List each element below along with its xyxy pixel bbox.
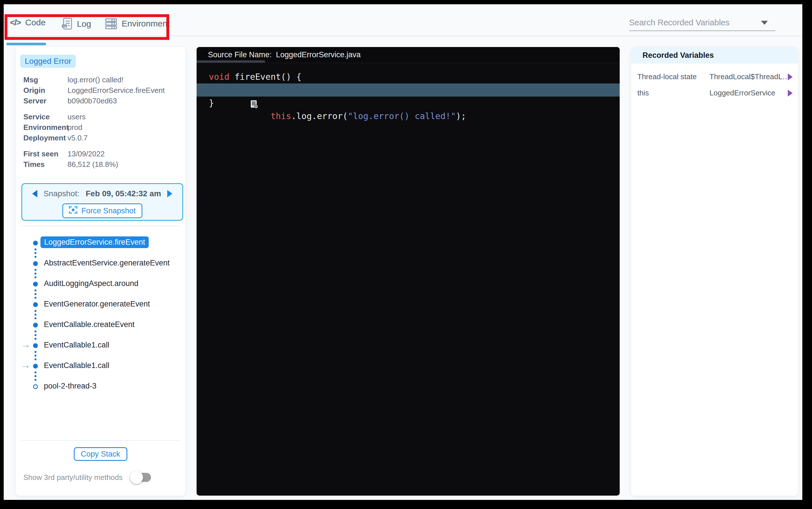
editor-tab-underline — [197, 60, 265, 63]
detail-row: Serviceusers — [23, 112, 185, 122]
code-editor: Source File Name: LoggedErrorService.jav… — [197, 47, 620, 496]
search-input[interactable] — [629, 16, 754, 27]
tab-code-label: Code — [25, 18, 45, 27]
svg-text:log: log — [63, 25, 66, 28]
toggle-label: Show 3rd party/utility methods — [23, 473, 123, 482]
variable-name: Thread-local state — [637, 69, 697, 85]
app-page: </> Code log Log — [4, 4, 802, 500]
code-area: void fireEvent() { this.log.error("log.e… — [197, 63, 620, 110]
thread-bullet-icon — [33, 384, 38, 389]
stack-frame[interactable]: EventCallable.createEvent — [16, 315, 185, 335]
detail-row: Deploymentv5.0.7 — [23, 133, 185, 143]
error-details-panel: Logged Error Msglog.error() called! Orig… — [16, 47, 185, 496]
error-detail-list: Msglog.error() called! OriginLoggedError… — [23, 75, 185, 170]
stack-frame[interactable]: → EventCallable1.call — [16, 356, 185, 376]
stack-bullet-icon — [33, 261, 38, 266]
toggle-knob — [130, 471, 143, 484]
variable-value: ThreadLocal$ThreadL… — [709, 69, 790, 85]
variable-row[interactable]: Thread-local state ThreadLocal$ThreadL… — [631, 69, 798, 85]
expand-variable-icon[interactable] — [788, 90, 792, 97]
snapshot-timestamp: Feb 09, 05:42:32 am — [86, 189, 161, 198]
stack-frame-thread[interactable]: pool-2-thread-3 — [16, 376, 185, 397]
stack-bullet-icon — [33, 343, 38, 348]
detail-row: First seen13/09/2022 — [23, 149, 185, 159]
divider — [21, 440, 179, 441]
stack-frame-label[interactable]: AuditLoggingAspect.around — [44, 279, 138, 288]
stack-frame-label[interactable]: pool-2-thread-3 — [44, 382, 97, 391]
stack-frame[interactable]: LoggedErrorService.fireEvent — [16, 233, 185, 253]
search-recorded-variables — [629, 16, 775, 31]
divider — [21, 226, 179, 226]
stack-bullet-icon — [33, 282, 38, 286]
stack-trace-list: LoggedErrorService.fireEvent AbstractEve… — [16, 233, 185, 397]
log-icon: log — [62, 18, 72, 30]
force-snapshot-button[interactable]: Force Snapshot — [62, 203, 142, 218]
error-type-badge: Logged Error — [20, 55, 76, 68]
expand-variable-icon[interactable] — [788, 73, 792, 80]
environment-icon — [105, 18, 117, 30]
detail-row: OriginLoggedErrorService.fireEvent — [23, 85, 185, 96]
tab-environment-label: Environment — [122, 19, 170, 29]
detail-row: Msglog.error() called! — [23, 75, 185, 85]
force-snapshot-label: Force Snapshot — [81, 206, 136, 215]
next-snapshot-arrow[interactable] — [167, 190, 172, 197]
variable-name: this — [637, 85, 649, 101]
tab-code[interactable]: </> Code — [10, 18, 45, 27]
stack-frame-label[interactable]: LoggedErrorService.fireEvent — [40, 236, 149, 248]
stack-frame[interactable]: EventGenerator.generateEvent — [16, 294, 185, 315]
force-snapshot-icon — [69, 206, 77, 216]
code-line[interactable]: } — [197, 97, 620, 110]
stack-bullet-icon — [33, 241, 38, 245]
stack-frame-label[interactable]: EventCallable.createEvent — [44, 320, 134, 329]
current-frame-arrow-icon: → — [21, 339, 31, 350]
stack-bullet-icon — [33, 323, 38, 328]
editor-header: Source File Name: LoggedErrorService.jav… — [197, 47, 620, 63]
variable-row[interactable]: this LoggedErrorService — [631, 85, 798, 101]
code-line[interactable]: void fireEvent() { — [197, 70, 620, 83]
detail-row: Times86,512 (18.8%) — [23, 159, 185, 170]
stack-bullet-icon — [33, 302, 38, 307]
tab-log-label: Log — [77, 19, 91, 29]
stack-frame-label[interactable]: EventGenerator.generateEvent — [44, 300, 150, 308]
source-file-label: Source File Name: — [208, 50, 272, 59]
stack-frame[interactable]: AuditLoggingAspect.around — [16, 274, 185, 294]
chevron-down-icon[interactable] — [761, 21, 768, 25]
stack-bullet-icon — [33, 364, 38, 369]
detail-row: Environmentprod — [23, 122, 185, 133]
stack-frame[interactable]: AbstractEventService.generateEvent — [16, 253, 185, 274]
third-party-toggle[interactable] — [130, 472, 151, 482]
previous-snapshot-arrow[interactable] — [32, 190, 37, 197]
copy-stack-button[interactable]: Copy Stack — [73, 447, 127, 461]
code-line-highlighted[interactable]: this.log.error("log.error() called!"); — [197, 83, 620, 97]
stack-frame[interactable]: → EventCallable1.call — [16, 335, 185, 356]
stack-frame-label[interactable]: EventCallable1.call — [44, 341, 109, 349]
tab-log[interactable]: log Log — [62, 18, 91, 30]
third-party-toggle-row: Show 3rd party/utility methods — [23, 472, 151, 482]
snapshot-navigator: Snapshot: Feb 09, 05:42:32 am Force Snap… — [21, 183, 183, 221]
code-icon: </> — [10, 18, 21, 27]
recorded-variables-title: Recorded Variables — [631, 47, 798, 64]
recorded-variables-panel: Recorded Variables Thread-local state Th… — [631, 47, 798, 496]
variable-value: LoggedErrorService — [709, 85, 775, 101]
tabbar-divider — [4, 36, 802, 36]
detail-row: Serverb09d0b70ed63 — [23, 96, 185, 106]
active-tab-underline — [6, 43, 46, 45]
source-file-name: LoggedErrorService.java — [276, 50, 361, 59]
stack-frame-label[interactable]: AbstractEventService.generateEvent — [44, 259, 170, 267]
stack-frame-label[interactable]: EventCallable1.call — [44, 361, 109, 370]
snapshot-prefix: Snapshot: — [43, 189, 79, 198]
tab-environment[interactable]: Environment — [105, 18, 170, 30]
current-frame-arrow-icon: → — [21, 360, 31, 371]
